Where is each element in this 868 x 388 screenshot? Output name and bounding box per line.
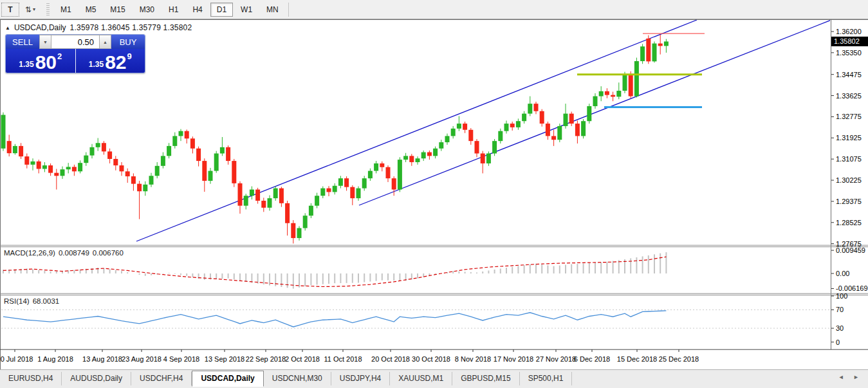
- tab-scroll-left-button[interactable]: ◄: [838, 374, 848, 380]
- chart-tab-sp500[interactable]: SP500,H1: [520, 372, 573, 385]
- toolbar-grip: [46, 3, 50, 16]
- svg-text:27 Nov 2018: 27 Nov 2018: [536, 355, 576, 363]
- svg-text:20 Oct 2018: 20 Oct 2018: [371, 355, 410, 363]
- svg-text:20 Jul 2018: 20 Jul 2018: [0, 355, 33, 363]
- svg-text:70: 70: [836, 306, 844, 313]
- rsi-layer: [1, 309, 830, 328]
- tab-scroll-arrows: ◄ ►: [838, 374, 863, 380]
- svg-text:1.34475: 1.34475: [836, 71, 862, 79]
- timeframe-group: M1M5M15M30H1H4D1W1MN: [53, 3, 286, 17]
- buy-price-big: 82: [105, 53, 126, 71]
- toolbar-separator: [288, 3, 289, 17]
- sell-price-prefix: 1.35: [19, 60, 33, 69]
- macd-signal-value: 0.006760: [93, 249, 124, 257]
- volume-increase-button[interactable]: ▲: [99, 35, 111, 49]
- svg-text:1.30225: 1.30225: [836, 176, 862, 184]
- timeframe-button-m15[interactable]: M15: [104, 3, 131, 17]
- svg-text:13 Sep 2018: 13 Sep 2018: [205, 355, 245, 363]
- svg-text:1.31925: 1.31925: [836, 134, 862, 142]
- buy-price-prefix: 1.35: [89, 60, 104, 69]
- chart-ohlc-values: 1.35978 1.36045 1.35779 1.35802: [70, 23, 192, 32]
- svg-text:22 Sep 2018: 22 Sep 2018: [246, 355, 286, 363]
- chart-tab-gbpusd[interactable]: GBPUSD,M15: [452, 372, 519, 385]
- sell-price-big: 80: [35, 53, 57, 71]
- svg-text:4 Sep 2018: 4 Sep 2018: [163, 355, 199, 363]
- timeframe-button-d1[interactable]: D1: [210, 3, 233, 17]
- trendlines-layer: [136, 20, 831, 241]
- sell-button[interactable]: SELL: [6, 35, 39, 49]
- symbol-tabs: EURUSD,H4AUDUSD,DailyUSDCHF,H4USDCAD,Dai…: [0, 370, 572, 387]
- svg-text:1.35350: 1.35350: [836, 49, 862, 57]
- chart-tab-xauusd[interactable]: XAUUSD,M1: [390, 372, 452, 385]
- svg-text:17 Nov 2018: 17 Nov 2018: [494, 355, 533, 363]
- rsi-axis[interactable]: 10070300: [831, 292, 847, 346]
- toolbar: T ⇅ ▾ M1M5M15M30H1H4D1W1MN: [0, 0, 868, 19]
- chart-tab-usdcnh[interactable]: USDCNH,M30: [264, 372, 331, 385]
- volume-input[interactable]: 0.50: [51, 35, 99, 49]
- chart-title: ▲ USDCAD,Daily 1.35978 1.36045 1.35779 1…: [5, 23, 192, 32]
- svg-text:-0.006169: -0.006169: [836, 284, 868, 292]
- svg-text:1.35802: 1.35802: [834, 37, 860, 45]
- svg-text:1.32775: 1.32775: [836, 113, 862, 120]
- chart-tab-usdcad[interactable]: USDCAD,Daily: [192, 371, 263, 387]
- svg-text:1.28525: 1.28525: [836, 219, 862, 226]
- collapse-icon[interactable]: ▲: [5, 25, 10, 31]
- arrange-icon: ⇅: [25, 5, 32, 14]
- macd-layer: [3, 252, 666, 289]
- svg-text:1.29375: 1.29375: [836, 198, 862, 205]
- rsi-name: RSI(14): [4, 297, 30, 305]
- chart-tab-usdchf[interactable]: USDCHF,H4: [131, 372, 192, 385]
- macd-name: MACD(12,26,9): [4, 249, 55, 257]
- svg-text:25 Dec 2018: 25 Dec 2018: [659, 355, 699, 363]
- svg-text:100: 100: [836, 292, 847, 300]
- svg-text:6 Dec 2018: 6 Dec 2018: [574, 355, 610, 363]
- timeframe-button-m1[interactable]: M1: [54, 3, 78, 17]
- timeframe-button-mn[interactable]: MN: [260, 3, 285, 17]
- svg-text:30 Oct 2018: 30 Oct 2018: [412, 355, 450, 363]
- svg-text:0.00: 0.00: [836, 270, 849, 277]
- macd-axis[interactable]: 0.0094590.00-0.006169: [831, 246, 868, 292]
- chart-symbol-label: USDCAD,Daily: [14, 23, 66, 32]
- timeframe-button-m5[interactable]: M5: [79, 3, 103, 17]
- svg-text:30: 30: [836, 324, 844, 332]
- chevron-down-icon: ▾: [33, 6, 35, 12]
- time-axis[interactable]: 20 Jul 20181 Aug 201813 Aug 201823 Aug 2…: [0, 349, 699, 363]
- timeframe-button-h1[interactable]: H1: [162, 3, 185, 17]
- hlines-layer: [577, 33, 705, 107]
- macd-label: MACD(12,26,9) 0.008749 0.006760: [4, 249, 124, 257]
- symbol-tabbar: EURUSD,H4AUDUSD,DailyUSDCHF,H4USDCAD,Dai…: [0, 369, 868, 388]
- buy-price-sup: 9: [127, 51, 132, 61]
- volume-decrease-button[interactable]: ▼: [39, 35, 51, 49]
- chart-tab-audusd[interactable]: AUDUSD,Daily: [62, 372, 131, 385]
- chart-tab-usdjpy[interactable]: USDJPY,H4: [331, 372, 390, 385]
- svg-text:8 Nov 2018: 8 Nov 2018: [455, 355, 491, 363]
- arrange-charts-button[interactable]: ⇅ ▾: [22, 3, 39, 16]
- one-click-trading-panel: SELL ▼ 0.50 ▲ BUY 1.35 80 2 1.35 82 9: [5, 34, 145, 73]
- rsi-value: 68.0031: [33, 297, 60, 305]
- tab-scroll-right-button[interactable]: ►: [853, 374, 863, 380]
- svg-text:0: 0: [836, 338, 840, 346]
- mt4-window: T ⇅ ▾ M1M5M15M30H1H4D1W1MN 1.362001.3535…: [0, 0, 868, 388]
- svg-text:15 Dec 2018: 15 Dec 2018: [617, 355, 657, 363]
- svg-text:1 Aug 2018: 1 Aug 2018: [37, 355, 73, 363]
- text-tool-button[interactable]: T: [1, 3, 19, 17]
- macd-main-value: 0.008749: [59, 249, 89, 257]
- price-axis[interactable]: 1.362001.353501.344751.336251.327751.319…: [831, 28, 868, 248]
- chart-tab-eurusd[interactable]: EURUSD,H4: [0, 372, 62, 385]
- svg-text:2 Oct 2018: 2 Oct 2018: [285, 355, 320, 363]
- buy-button[interactable]: BUY: [111, 35, 145, 49]
- rsi-label: RSI(14) 68.0031: [4, 297, 59, 305]
- sell-price-sup: 2: [57, 51, 62, 61]
- svg-text:1.36200: 1.36200: [836, 28, 862, 35]
- svg-text:0.009459: 0.009459: [836, 246, 865, 254]
- volume-stepper: ▼ 0.50 ▲: [39, 35, 111, 49]
- svg-text:23 Aug 2018: 23 Aug 2018: [122, 355, 162, 363]
- timeframe-button-h4[interactable]: H4: [186, 3, 208, 17]
- timeframe-button-w1[interactable]: W1: [234, 3, 259, 17]
- svg-text:11 Oct 2018: 11 Oct 2018: [324, 355, 362, 363]
- svg-text:13 Aug 2018: 13 Aug 2018: [82, 355, 122, 363]
- timeframe-button-m30[interactable]: M30: [133, 3, 161, 17]
- svg-text:1.31075: 1.31075: [836, 155, 862, 163]
- sell-price-button[interactable]: 1.35 80 2: [6, 49, 75, 73]
- buy-price-button[interactable]: 1.35 82 9: [76, 49, 145, 73]
